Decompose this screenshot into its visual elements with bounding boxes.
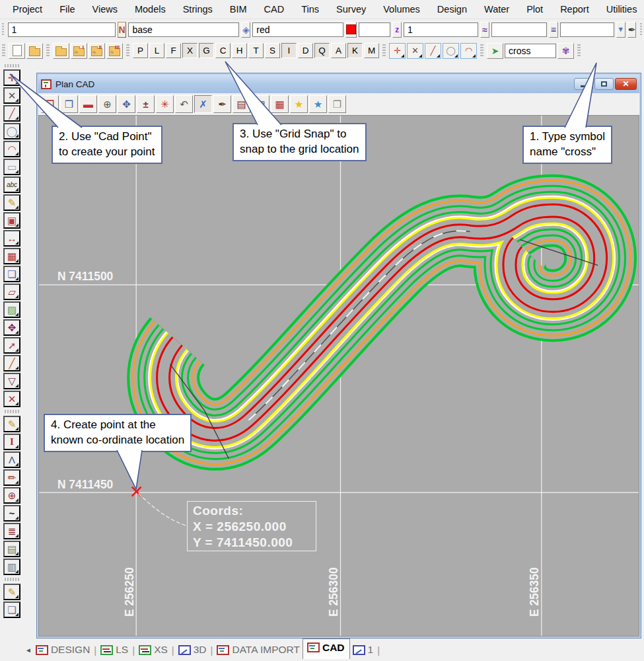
tin-button[interactable]: ≈ [480,22,489,38]
symbol-name-input[interactable] [505,44,556,58]
snap-line-button[interactable]: L [149,43,164,58]
cad-point-tool-button[interactable]: ✛ [389,43,406,59]
tin-input[interactable] [491,22,547,37]
toolbar-drag-handle-2[interactable] [640,23,642,36]
new-document-button[interactable] [9,43,25,59]
snap-k-button[interactable]: K [347,43,363,58]
symbol-run-button[interactable]: ✾ [557,43,574,59]
window-corner-button[interactable]: ❒ [328,95,346,113]
snap-text-button[interactable]: T [248,43,264,58]
cad-point-button[interactable]: ✛ [3,69,20,86]
plan-cad-titlebar[interactable]: Plan CAD ✕ [38,75,639,93]
cad-circle-button[interactable]: ◯ [3,123,20,139]
cad-line-button[interactable]: ╱ [3,105,20,122]
sidebar-drag-handle[interactable] [5,64,19,67]
snap-d-button[interactable]: D [298,43,313,58]
cad-symbol-box-button[interactable]: ⊕ [3,487,20,504]
snap-point-button[interactable]: P [133,43,148,58]
cad-move-button[interactable]: ✥ [3,319,20,336]
view-number-input[interactable] [8,22,116,37]
zoom-extents-button[interactable]: ⊕ [98,95,116,113]
snap-q-button[interactable]: Q [314,43,330,58]
blank-field-1[interactable] [359,22,390,37]
symbols-button[interactable]: ➤ [487,43,503,59]
cad-traverse-button[interactable]: Λ [3,451,20,468]
menu-file[interactable]: File [51,4,83,15]
model-input[interactable] [128,22,239,37]
cad-point-square-button[interactable]: ▣ [3,212,20,229]
colour-swatch-button[interactable] [345,22,357,38]
cad-interval-button[interactable]: I [3,434,20,450]
cad-line-tool-button[interactable]: ╱ [425,43,441,59]
close-button[interactable]: ✕ [615,78,637,90]
cad-hatch-button[interactable]: ≣ [3,523,20,539]
cad-circle-tool-button[interactable]: ◯ [443,43,459,59]
cad-symbol-pencil-button[interactable]: ✎ [3,194,20,211]
menu-design[interactable]: Design [429,4,476,15]
favourites-button[interactable]: ★ [290,95,308,113]
cad-cross-tool-button[interactable]: ✕ [407,43,423,59]
tab-design[interactable]: DESIGN [36,644,90,656]
z-value-button[interactable]: z [392,22,402,38]
cad-grid-button[interactable]: ▦ [3,248,20,264]
tab-ls[interactable]: LS [100,644,128,656]
maximize-button[interactable] [594,78,614,90]
views-favourite-button[interactable]: ★ [309,95,327,113]
menu-cad[interactable]: CAD [256,4,293,15]
picker-button[interactable]: ✒ [627,22,637,38]
paste-view-button[interactable]: ❒ [60,95,78,113]
plot-button[interactable]: ▤ [233,95,250,113]
cad-cross-button[interactable]: ✕ [3,87,20,104]
snap-x-button[interactable]: X [182,43,197,58]
delete-button[interactable]: ▬ [79,95,97,113]
menu-models[interactable]: Models [126,4,174,15]
snap-m-button[interactable]: M [364,43,379,58]
zoom-previous-button[interactable]: ↶ [175,95,193,113]
tab-xs[interactable]: XS [139,644,168,656]
menu-project[interactable]: Project [4,4,51,15]
toolbar-drag-handle[interactable] [2,23,4,36]
cad-pencil-wave-button[interactable]: ✎ [3,584,20,600]
zoom-all-button[interactable]: ✳ [156,95,174,113]
zoom-in-out-button[interactable]: ± [137,95,155,113]
cad-note-button[interactable]: ✏ [3,469,20,486]
settings-button[interactable]: ▨ [252,95,269,113]
snap-standard-button[interactable]: S [265,43,280,58]
cad-curve-button[interactable]: ~ [3,505,20,522]
cad-colour-line-button[interactable]: ╱ [3,355,20,371]
cad-polygon-button[interactable]: ▱ [3,284,20,300]
snap-cursor-button[interactable]: C [215,43,231,58]
cad-arc-button[interactable]: ◠ [3,141,20,157]
cad-image-button[interactable]: ▨ [3,301,20,318]
menu-plot[interactable]: Plot [518,4,552,15]
cad-rectangle-button[interactable]: ▭ [3,159,20,175]
snap-info-button[interactable]: I [281,43,297,58]
menu-views[interactable]: Views [84,4,126,15]
dropdown-button[interactable]: ▼ [616,22,626,38]
snap-height-button[interactable]: H [232,43,247,58]
tab-3d[interactable]: 3D [178,644,207,656]
cad-image-text-button[interactable]: ▤ [3,541,20,557]
tab-cad[interactable]: CAD [303,639,350,659]
linestyle-input[interactable] [560,22,614,37]
menu-water[interactable]: Water [476,4,518,15]
snap-face-button[interactable]: F [166,43,181,58]
grid-snap-button[interactable]: G [199,43,214,58]
cad-canvas[interactable]: N 7411500 N 7411450 E 256250 E 256300 E … [38,115,639,637]
recent-folder-2-button[interactable]: ≈II [89,43,105,59]
cad-text-button[interactable]: abc [3,176,20,193]
cad-freehand-button[interactable]: ✎ [3,416,20,432]
project-folder-button[interactable] [53,43,69,59]
linestyle-button[interactable]: ≡ [549,22,558,38]
menu-report[interactable]: Report [552,4,598,15]
menu-survey[interactable]: Survey [328,4,375,15]
cad-toolbar-handle[interactable] [2,44,5,58]
tab-scroll-left-icon[interactable]: ◄ [25,646,32,654]
pan-button[interactable]: ✥ [118,95,135,113]
open-button[interactable] [26,43,43,59]
cad-shield-button[interactable]: ▽ [3,373,20,389]
recent-folder-1-button[interactable]: ≈I [71,43,87,59]
menu-volumes[interactable]: Volumes [375,4,429,15]
name-toggle-button[interactable]: N [118,22,127,38]
menu-tins[interactable]: Tins [293,4,328,15]
